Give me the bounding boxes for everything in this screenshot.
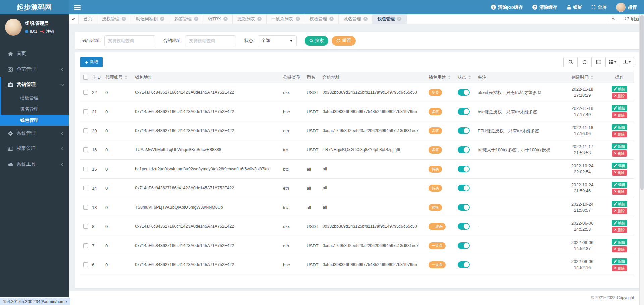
status-toggle[interactable] xyxy=(458,242,470,249)
edit-button[interactable]: 编辑 xyxy=(612,239,627,245)
delete-button[interactable]: × 删除 xyxy=(612,170,627,176)
sidebar-item-domain[interactable]: 域名管理 xyxy=(1,103,69,115)
delete-button[interactable]: × 删除 xyxy=(612,208,627,214)
table-refresh-button[interactable] xyxy=(577,57,592,67)
cell-created-time: 2022-11-1721:53:53 xyxy=(559,144,608,156)
edit-button[interactable]: 编辑 xyxy=(612,182,627,188)
delete-button[interactable]: × 删除 xyxy=(612,246,627,252)
sidebar-item-permission[interactable]: 权限管理 xyxy=(0,141,69,157)
edit-button[interactable]: 编辑 xyxy=(612,258,627,264)
edit-button[interactable]: 编辑 xyxy=(612,201,627,207)
delete-button[interactable]: × 删除 xyxy=(612,265,627,271)
tab[interactable]: 模板管理 ✕ xyxy=(305,14,339,24)
status-toggle[interactable] xyxy=(458,223,470,230)
status-toggle[interactable] xyxy=(458,108,470,115)
close-icon[interactable]: ✕ xyxy=(397,17,401,21)
tab[interactable]: 首页 xyxy=(79,14,97,24)
tab[interactable]: 一波杀列表 ✕ xyxy=(267,14,305,24)
scrollbar-thumb[interactable] xyxy=(640,15,644,190)
edit-button[interactable]: 编辑 xyxy=(612,163,627,169)
tab[interactable]: 提款列表 ✕ xyxy=(233,14,267,24)
delete-button[interactable]: × 删除 xyxy=(612,227,627,233)
edit-button[interactable]: 编辑 xyxy=(612,124,627,130)
status-toggle[interactable] xyxy=(458,261,470,268)
delete-button[interactable]: × 删除 xyxy=(612,112,627,118)
edit-button[interactable]: 编辑 xyxy=(612,220,627,226)
tab[interactable]: 转TRX ✕ xyxy=(203,14,233,24)
table-search-button[interactable] xyxy=(563,57,578,67)
close-icon[interactable]: ✕ xyxy=(223,17,228,21)
tab[interactable]: 多签管理 ✕ xyxy=(169,14,203,24)
delete-button[interactable]: × 删除 xyxy=(612,150,627,157)
status-toggle[interactable] xyxy=(458,89,470,96)
wallet-address-input[interactable] xyxy=(104,35,155,46)
sidebar-item-marketing[interactable]: 营销管理 xyxy=(1,77,69,92)
avatar[interactable] xyxy=(5,19,22,36)
row-checkbox[interactable] xyxy=(83,90,88,95)
logout-link[interactable]: 注销 xyxy=(46,29,54,34)
fullscreen-button[interactable]: 全屏 xyxy=(591,4,607,10)
clear-cache-button[interactable]: ? 清除缓存 xyxy=(532,4,557,10)
sidebar-item-home[interactable]: 首页 xyxy=(0,46,69,61)
edit-button[interactable]: 编辑 xyxy=(612,143,627,149)
table-export-button[interactable] xyxy=(620,57,634,67)
status-toggle[interactable] xyxy=(458,127,470,134)
table-columns-button[interactable] xyxy=(605,57,620,67)
sort-icon[interactable] xyxy=(591,75,593,79)
row-checkbox[interactable] xyxy=(83,186,88,190)
sort-icon[interactable] xyxy=(448,75,451,79)
delete-button[interactable]: × 删除 xyxy=(612,131,627,137)
close-icon[interactable]: ✕ xyxy=(363,17,368,21)
delete-button[interactable]: × 删除 xyxy=(612,189,627,195)
close-icon[interactable]: ✕ xyxy=(160,17,164,21)
status-select[interactable]: 全部 xyxy=(258,35,297,46)
row-checkbox[interactable] xyxy=(83,224,88,229)
scroll-tabs-right-button[interactable]: » xyxy=(607,14,620,24)
row-checkbox[interactable] xyxy=(83,109,88,114)
status-toggle[interactable] xyxy=(458,204,470,211)
sort-icon[interactable] xyxy=(468,75,471,79)
sidebar-item-template[interactable]: 模板管理 xyxy=(1,92,69,103)
row-checkbox[interactable] xyxy=(83,262,88,267)
tab[interactable]: 钱包管理 ✕ xyxy=(373,14,407,24)
close-icon[interactable]: ✕ xyxy=(194,17,198,21)
row-checkbox[interactable] xyxy=(83,167,88,171)
tab[interactable]: 助记词私钥 ✕ xyxy=(131,14,169,24)
tab[interactable]: 域名管理 ✕ xyxy=(339,14,373,24)
sidebar-item-wallet[interactable]: 钱包管理 xyxy=(0,115,69,126)
select-all-checkbox[interactable] xyxy=(83,75,88,80)
status-toggle[interactable] xyxy=(458,185,470,191)
contract-address-input[interactable] xyxy=(185,35,236,46)
edit-button[interactable]: 编辑 xyxy=(612,105,627,111)
sidebar-toggle-icon[interactable] xyxy=(74,5,81,10)
close-icon[interactable]: ✕ xyxy=(296,17,300,21)
sort-icon[interactable] xyxy=(125,75,127,79)
user-menu[interactable]: 超管 xyxy=(616,3,637,12)
cell-id: 15 xyxy=(92,167,105,172)
row-checkbox[interactable] xyxy=(83,205,88,210)
lock-screen-button[interactable]: 锁屏 xyxy=(567,4,582,10)
close-icon[interactable]: ✕ xyxy=(122,17,126,21)
sidebar-item-tools[interactable]: 系统工具 xyxy=(0,157,69,172)
app-logo[interactable]: 起步源码网 xyxy=(0,0,69,14)
sidebar-item-system[interactable]: 系统管理 xyxy=(0,126,69,141)
table-view-button[interactable] xyxy=(591,57,606,67)
scroll-tabs-left-button[interactable]: « xyxy=(69,14,79,24)
cell-id: 14 xyxy=(92,186,105,191)
add-button[interactable]: + 新增 xyxy=(80,57,103,67)
edit-button[interactable]: 编辑 xyxy=(612,86,627,92)
reset-button[interactable]: 重置 xyxy=(332,36,356,46)
row-checkbox[interactable] xyxy=(83,243,88,248)
status-toggle[interactable] xyxy=(458,166,470,172)
sidebar-item-fish[interactable]: 鱼苗管理 xyxy=(0,61,69,77)
vertical-scrollbar[interactable] xyxy=(639,14,644,305)
delete-button[interactable]: × 删除 xyxy=(612,93,627,99)
close-icon[interactable]: ✕ xyxy=(329,17,334,21)
status-toggle[interactable] xyxy=(458,146,470,153)
clear-job-cache-button[interactable]: ? 清除job缓存 xyxy=(491,4,523,10)
close-icon[interactable]: ✕ xyxy=(257,17,262,21)
tab[interactable]: 授权管理 ✕ xyxy=(97,14,131,24)
row-checkbox[interactable] xyxy=(83,147,88,152)
row-checkbox[interactable] xyxy=(83,128,88,133)
search-button[interactable]: 搜索 xyxy=(305,36,328,46)
